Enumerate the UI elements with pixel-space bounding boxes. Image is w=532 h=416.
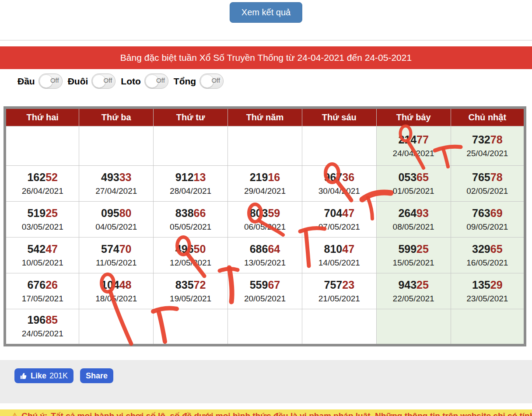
result-cell: 9673630/04/2021: [302, 166, 376, 202]
facebook-share-button[interactable]: Share: [80, 368, 113, 383]
result-cell: 4965012/05/2021: [154, 238, 228, 273]
result-cell: 2649308/05/2021: [376, 202, 451, 238]
result-cell: [154, 309, 228, 345]
draw-date: 09/05/2021: [451, 221, 524, 233]
filter-toggle-row: ĐầuOffĐuôiOffLotoOffTổngOff: [18, 73, 225, 89]
special-number: 10448: [79, 278, 153, 291]
draw-date: 19/05/2021: [154, 293, 228, 304]
share-label: Share: [86, 371, 108, 381]
draw-date: 27/04/2021: [79, 185, 153, 197]
draw-date: 24/04/2021: [377, 148, 451, 159]
result-cell: 5424710/05/2021: [5, 238, 79, 273]
day-header-5: Thứ bảy: [376, 108, 451, 126]
special-number: 59925: [377, 242, 451, 255]
draw-date: 02/05/2021: [451, 185, 524, 197]
filter-toggle-3[interactable]: Off: [200, 73, 224, 89]
warning-icon: ⚠: [11, 411, 18, 416]
draw-date: 17/05/2021: [6, 293, 79, 304]
draw-date: 08/05/2021: [377, 221, 451, 233]
day-header-1: Thứ ba: [79, 108, 154, 126]
special-number: 73278: [451, 133, 524, 146]
special-number: 67626: [6, 278, 79, 291]
special-number: 57470: [79, 242, 153, 255]
draw-date: 26/04/2021: [6, 185, 79, 197]
result-cell: 5596720/05/2021: [228, 273, 302, 309]
result-cell: 2191629/04/2021: [228, 166, 302, 202]
result-cell: 1625226/04/2021: [5, 166, 79, 202]
draw-date: 01/05/2021: [377, 185, 451, 197]
result-cell: [79, 126, 154, 166]
lottery-stats-page: Xem kết quả Bảng đặc biệt tuần Xổ Số Tru…: [0, 0, 532, 416]
result-cell: 6866413/05/2021: [228, 238, 302, 273]
day-header-4: Thứ sáu: [302, 108, 376, 126]
day-header-0: Thứ hai: [5, 108, 79, 126]
draw-date: 30/04/2021: [302, 185, 376, 197]
toggle-state-label: Off: [156, 77, 165, 84]
facebook-like-button[interactable]: Like 201K: [14, 368, 74, 383]
draw-date: 22/05/2021: [377, 293, 451, 304]
draw-date: 10/05/2021: [6, 257, 79, 269]
special-number: 05365: [377, 171, 451, 184]
result-cell: 1044818/05/2021: [79, 273, 154, 309]
day-header-6: Chủ nhật: [451, 108, 525, 126]
result-cell: 1352923/05/2021: [451, 273, 525, 309]
special-number: 54247: [6, 242, 79, 255]
result-cell: [79, 309, 154, 345]
result-cell: 6762617/05/2021: [5, 273, 79, 309]
like-count: 201K: [49, 371, 68, 381]
result-cell: 1968524/05/2021: [5, 309, 79, 345]
draw-date: 23/05/2021: [451, 293, 524, 304]
draw-date: 11/05/2021: [79, 257, 153, 269]
special-number: 21916: [228, 171, 302, 184]
special-number: 94325: [377, 278, 451, 291]
special-number: 09580: [79, 206, 153, 220]
special-results-table: Thứ haiThứ baThứ tưThứ nămThứ sáuThứ bảy…: [4, 106, 526, 346]
special-number: 91213: [154, 171, 228, 184]
toggle-state-label: Off: [104, 77, 112, 84]
result-cell: 9432522/05/2021: [376, 273, 451, 309]
result-cell: [228, 309, 302, 345]
result-cell: 7327825/04/2021: [451, 126, 525, 166]
filter-label-1: Đuôi: [68, 76, 88, 87]
special-number: 75723: [302, 278, 376, 291]
filter-toggle-1[interactable]: Off: [91, 73, 116, 89]
filter-label-0: Đầu: [18, 76, 35, 87]
special-number: 49650: [154, 242, 228, 255]
special-number: 21477: [377, 133, 451, 146]
day-header-row: Thứ haiThứ baThứ tưThứ nămThứ sáuThứ bảy…: [5, 108, 525, 126]
filter-label-3: Tổng: [174, 76, 196, 87]
special-number: 80359: [228, 206, 302, 220]
notice-text-row: ⚠ Chú ý: Tất cả mọi hành vi chơi số lô, …: [0, 409, 532, 416]
special-number: 55967: [228, 278, 302, 291]
special-number: 32965: [451, 242, 524, 255]
draw-date: 25/04/2021: [451, 148, 524, 159]
table-title: Bảng đặc biệt tuần Xổ Số Truyền Thống từ…: [120, 52, 412, 63]
result-cell: 7044707/05/2021: [302, 202, 376, 238]
filter-toggle-0[interactable]: Off: [38, 73, 63, 89]
result-cell: 7572321/05/2021: [302, 273, 376, 309]
special-number: 49333: [79, 171, 153, 184]
filter-label-2: Loto: [121, 76, 140, 87]
filter-toggle-2[interactable]: Off: [144, 73, 168, 89]
toggle-state-label: Off: [50, 77, 59, 84]
special-number: 13529: [451, 278, 524, 291]
result-cell: 0958004/05/2021: [79, 202, 154, 238]
day-header-3: Thứ năm: [228, 108, 302, 126]
view-results-button[interactable]: Xem kết quả: [230, 2, 302, 23]
facebook-buttons: Like 201K Share: [14, 368, 113, 383]
draw-date: 05/05/2021: [154, 221, 228, 233]
result-cell: 7636909/05/2021: [451, 202, 525, 238]
table-title-banner: Bảng đặc biệt tuần Xổ Số Truyền Thống từ…: [0, 46, 532, 69]
special-number: 81047: [302, 242, 376, 255]
bottom-notice-bar: ⚠ Chú ý: Tất cả mọi hành vi chơi số lô, …: [0, 409, 532, 416]
result-cell: 5192503/05/2021: [5, 202, 79, 238]
result-cell: 4933327/04/2021: [79, 166, 154, 202]
draw-date: 13/05/2021: [228, 257, 302, 269]
result-cell: 7657802/05/2021: [451, 166, 525, 202]
notice-label: Chú ý:: [21, 411, 47, 416]
notice-text: Tất cả mọi hành vi chơi số lô, số đề dướ…: [51, 411, 532, 416]
result-cell: 0536501/05/2021: [376, 166, 451, 202]
result-cell: 8035906/05/2021: [228, 202, 302, 238]
facebook-section: Like 201K Share: [0, 360, 532, 403]
result-cell: [302, 309, 376, 345]
